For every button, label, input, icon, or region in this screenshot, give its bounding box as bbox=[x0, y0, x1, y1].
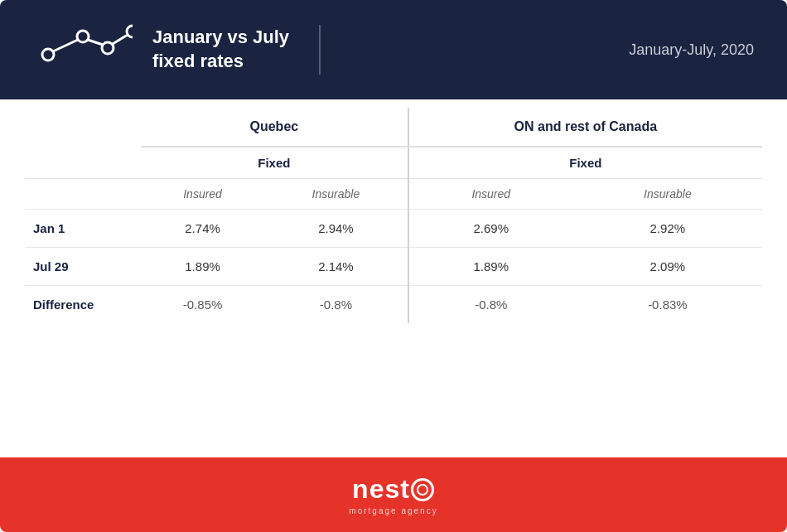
diff-quebec-insured: -0.85% bbox=[141, 286, 264, 324]
nesto-sub: mortgage agency bbox=[349, 506, 437, 515]
fixed-header-row: Fixed Fixed bbox=[25, 147, 762, 179]
empty-fixed bbox=[25, 147, 141, 179]
jul-quebec-insured: 1.89% bbox=[141, 248, 264, 286]
nesto-brand: nest bbox=[352, 474, 435, 505]
nesto-o-icon bbox=[411, 478, 434, 501]
diff-label: Difference bbox=[25, 286, 141, 324]
header-date: January-July, 2020 bbox=[629, 41, 754, 59]
jul-row: Jul 29 1.89% 2.14% 1.89% 2.09% bbox=[25, 248, 762, 286]
quebec-insurable-header: Insurable bbox=[264, 179, 408, 210]
diff-quebec-insurable: -0.8% bbox=[264, 286, 408, 324]
jul-quebec-insurable: 2.14% bbox=[264, 248, 408, 286]
diff-row: Difference -0.85% -0.8% -0.8% -0.83% bbox=[25, 286, 762, 324]
svg-line-4 bbox=[53, 40, 78, 51]
nesto-text-n: nest bbox=[352, 474, 410, 505]
chart-icon bbox=[33, 23, 133, 76]
jan-quebec-insurable: 2.94% bbox=[264, 210, 408, 248]
header-title-block: January vs July fixed rates bbox=[152, 26, 289, 73]
sub-header-row: Insured Insurable Insured Insurable bbox=[25, 179, 762, 210]
svg-point-2 bbox=[102, 42, 113, 54]
jan-label: Jan 1 bbox=[25, 210, 141, 248]
diff-on-insurable: -0.83% bbox=[573, 286, 762, 324]
jan-on-insured: 2.69% bbox=[408, 210, 573, 248]
svg-point-1 bbox=[77, 31, 89, 42]
app-wrapper: January vs July fixed rates January-July… bbox=[0, 0, 787, 532]
quebec-insured-header: Insured bbox=[141, 179, 264, 210]
on-insured-header: Insured bbox=[408, 179, 573, 210]
svg-point-0 bbox=[42, 49, 54, 60]
quebec-header: Quebec bbox=[141, 108, 408, 147]
jan-row: Jan 1 2.74% 2.94% 2.69% 2.92% bbox=[25, 210, 762, 248]
header-divider bbox=[319, 25, 321, 75]
jul-on-insurable: 2.09% bbox=[573, 248, 762, 286]
on-header: ON and rest of Canada bbox=[408, 108, 762, 147]
empty-header bbox=[25, 108, 141, 147]
svg-line-6 bbox=[113, 35, 128, 44]
table-area: Quebec ON and rest of Canada Fixed Fixed… bbox=[0, 99, 787, 457]
diff-on-insured: -0.8% bbox=[408, 286, 573, 324]
header-title: January vs July fixed rates bbox=[152, 26, 289, 73]
jan-on-insurable: 2.92% bbox=[573, 210, 762, 248]
on-insurable-header: Insurable bbox=[573, 179, 762, 210]
footer: nest mortgage agency bbox=[0, 457, 787, 532]
svg-line-5 bbox=[88, 40, 103, 45]
header: January vs July fixed rates January-July… bbox=[0, 0, 787, 99]
rates-table: Quebec ON and rest of Canada Fixed Fixed… bbox=[25, 108, 762, 323]
region-header-row: Quebec ON and rest of Canada bbox=[25, 108, 762, 147]
jul-label: Jul 29 bbox=[25, 248, 141, 286]
quebec-fixed: Fixed bbox=[141, 147, 408, 179]
nesto-logo: nest mortgage agency bbox=[349, 474, 437, 515]
empty-sub bbox=[25, 179, 141, 210]
jan-quebec-insured: 2.74% bbox=[141, 210, 264, 248]
on-fixed: Fixed bbox=[408, 147, 762, 179]
jul-on-insured: 1.89% bbox=[408, 248, 573, 286]
